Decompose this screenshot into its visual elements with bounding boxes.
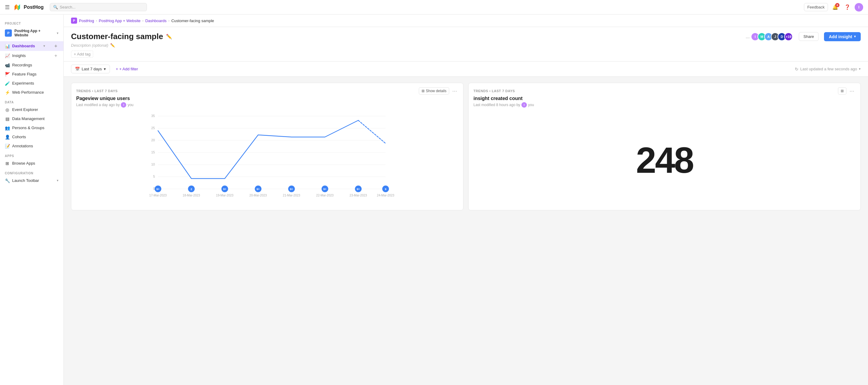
filter-bar: 📅 Last 7 days ▾ + + Add filter ↻ Last up…	[64, 62, 868, 77]
sidebar-item-persons-groups[interactable]: 👥 Persons & Groups	[0, 124, 63, 133]
svg-line-18	[359, 120, 386, 143]
logo: PostHog	[13, 3, 44, 11]
browse-apps-icon: ⊞	[5, 161, 10, 166]
sidebar-item-experiments-label: Experiments	[12, 81, 34, 85]
last-updated-label: Last updated a few seconds ago	[800, 67, 857, 71]
last-updated-info: ↻ Last updated a few seconds ago ▾	[795, 67, 861, 72]
sidebar-item-insights[interactable]: 📈 Insights +	[0, 51, 63, 61]
topnav: ☰ PostHog 🔍 Search... Feedback 🔔 0 ❓ I	[0, 0, 868, 14]
insight-1-trend-label: TRENDS • LAST 7 DAYS	[76, 89, 118, 93]
big-number-value: 248	[636, 139, 693, 181]
logo-text: PostHog	[24, 5, 44, 10]
breadcrumb-posthog-link[interactable]: PostHog	[79, 19, 94, 23]
share-button[interactable]: Share	[799, 32, 818, 41]
topnav-right: Feedback 🔔 0 ❓ I	[804, 2, 863, 12]
svg-text:9: 9	[385, 188, 386, 191]
svg-text:9+: 9+	[156, 188, 159, 191]
breadcrumb-section-link[interactable]: Dashboards	[145, 19, 166, 23]
event-explorer-icon: ◎	[5, 107, 10, 112]
insight-2-more-button[interactable]: ⋯	[848, 88, 856, 95]
sidebar-item-web-performance[interactable]: ⚡ Web Performance	[0, 88, 63, 97]
breadcrumb-chevron-2: ›	[142, 19, 144, 23]
breadcrumb-org-link[interactable]: PostHog App + Website	[99, 19, 141, 23]
sidebar-item-browse-apps[interactable]: ⊞ Browse Apps	[0, 159, 63, 168]
add-tag-button[interactable]: + Add tag	[71, 50, 93, 58]
svg-text:35: 35	[151, 114, 155, 118]
avatar[interactable]: I	[855, 3, 863, 11]
page-header: Customer-facing sample ✏️ ... I M A J D …	[64, 27, 868, 62]
svg-text:20-Mar-2023: 20-Mar-2023	[249, 194, 267, 197]
page-title: Customer-facing sample	[71, 32, 163, 41]
experiments-icon: 🧪	[5, 81, 10, 86]
dashboards-chevron-icon: ▾	[43, 44, 45, 47]
persons-groups-icon: 👥	[5, 126, 10, 130]
recordings-icon: 📹	[5, 63, 10, 68]
project-chevron-icon: ▾	[57, 31, 59, 35]
insight-2-table-icon: ⊞	[841, 89, 844, 93]
sidebar: PROJECT P PostHog App + Website ▾ 📊 Dash…	[0, 14, 64, 385]
insight-card-1-header: TRENDS • LAST 7 DAYS ⊞ Show details ⋯ Pa…	[71, 83, 463, 110]
line-chart-svg: 0 5 10 15 20 25 35 9+	[76, 113, 458, 198]
insights-icon: 📈	[5, 54, 10, 58]
insight-2-title: insight created count	[473, 96, 856, 101]
svg-text:10: 10	[151, 163, 155, 166]
sidebar-item-cohorts[interactable]: 👤 Cohorts	[0, 133, 63, 142]
last-updated-chevron-icon: ▾	[859, 67, 861, 71]
sidebar-item-recordings-label: Recordings	[12, 63, 32, 67]
breadcrumb-chevron-3: ›	[168, 19, 169, 23]
calendar-icon: 📅	[75, 67, 80, 71]
annotations-icon: 📝	[5, 144, 10, 148]
table-icon: ⊞	[422, 89, 425, 93]
feedback-button[interactable]: Feedback	[804, 3, 828, 11]
add-insight-chevron-icon: ▾	[854, 35, 856, 38]
insight-2-table-button[interactable]: ⊞	[838, 87, 846, 95]
insight-1-more-button[interactable]: ⋯	[451, 88, 458, 95]
notification-badge: 0	[835, 3, 839, 7]
sidebar-item-feature-flags[interactable]: 🚩 Feature Flags	[0, 70, 63, 79]
collaborator-avatar-count: +19	[784, 32, 793, 41]
notifications-button[interactable]: 🔔 0	[830, 2, 840, 12]
add-tag-label: + Add tag	[74, 52, 90, 57]
svg-text:24-Mar-2023: 24-Mar-2023	[377, 194, 395, 197]
breadcrumb-chevron-1: ›	[96, 19, 97, 23]
sidebar-item-experiments[interactable]: 🧪 Experiments	[0, 79, 63, 88]
collaborator-avatars: I M A J D +19	[753, 32, 793, 41]
page-description-edit-icon[interactable]: ✏️	[110, 43, 115, 47]
add-filter-button[interactable]: + + Add filter	[112, 65, 142, 73]
help-button[interactable]: ❓	[842, 2, 852, 12]
sidebar-item-launch-toolbar[interactable]: 🔧 Launch Toolbar ▾	[0, 176, 63, 185]
show-details-button[interactable]: ⊞ Show details	[419, 87, 449, 95]
svg-text:5: 5	[153, 175, 155, 178]
feature-flags-icon: 🚩	[5, 72, 10, 77]
svg-text:22-Mar-2023: 22-Mar-2023	[316, 194, 334, 197]
search-bar[interactable]: 🔍 Search...	[50, 3, 147, 11]
insight-1-title: Pageview unique users	[76, 96, 458, 101]
svg-text:9+: 9+	[290, 188, 293, 191]
insights-add-icon[interactable]: +	[53, 53, 59, 59]
sidebar-item-event-explorer[interactable]: ◎ Event Explorer	[0, 105, 63, 114]
sidebar-item-recordings[interactable]: 📹 Recordings	[0, 61, 63, 70]
sidebar-item-dashboards[interactable]: 📊 Dashboards ▾ +	[0, 41, 63, 51]
dashboards-icon: 📊	[5, 44, 10, 48]
add-insight-label: Add insight	[829, 34, 852, 39]
date-range-button[interactable]: 📅 Last 7 days ▾	[71, 65, 110, 73]
add-insight-button[interactable]: Add insight ▾	[824, 32, 861, 41]
dashboards-add-icon[interactable]: +	[53, 43, 59, 49]
project-section-label: PROJECT	[0, 18, 63, 26]
page-more-options-icon[interactable]: ...	[746, 34, 750, 39]
sidebar-item-annotations[interactable]: 📝 Annotations	[0, 142, 63, 151]
insight-1-modified: Last modified a day ago by I you	[76, 102, 458, 108]
svg-text:18-Mar-2023: 18-Mar-2023	[183, 194, 200, 197]
sidebar-item-data-management[interactable]: ▤ Data Management	[0, 114, 63, 124]
apps-section-label: APPS	[0, 151, 63, 159]
svg-text:15: 15	[151, 150, 155, 154]
page-title-edit-icon[interactable]: ✏️	[166, 34, 172, 39]
project-selector[interactable]: P PostHog App + Website ▾	[0, 26, 63, 41]
svg-text:9+: 9+	[223, 188, 226, 191]
hamburger-menu[interactable]: ☰	[5, 4, 10, 11]
search-icon: 🔍	[53, 5, 58, 9]
svg-text:23-Mar-2023: 23-Mar-2023	[350, 194, 367, 197]
date-range-chevron-icon: ▾	[104, 67, 106, 71]
sidebar-item-insights-label: Insights	[12, 54, 26, 58]
data-section-label: DATA	[0, 97, 63, 105]
